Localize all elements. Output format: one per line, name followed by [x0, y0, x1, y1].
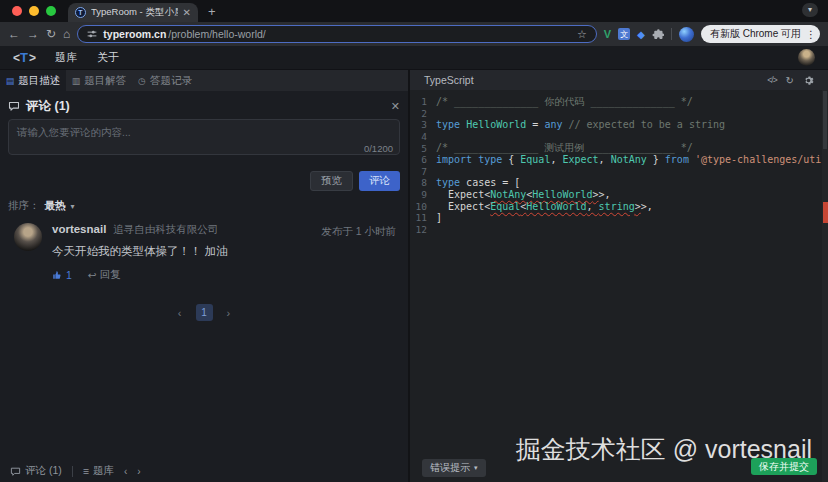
comment-bubble-icon [10, 466, 21, 477]
tab-close-icon[interactable]: ✕ [183, 8, 191, 18]
comment-input[interactable] [8, 119, 400, 155]
next-problem-icon[interactable]: › [137, 466, 140, 477]
new-tab-button[interactable]: + [208, 4, 216, 19]
editor-scrollbar[interactable] [822, 90, 828, 482]
next-page-icon[interactable]: › [227, 307, 231, 319]
preview-button[interactable]: 预览 [310, 171, 353, 191]
line-number: 6 [410, 154, 436, 165]
chrome-update-button[interactable]: 有新版 Chrome 可用 ⋮ [701, 25, 820, 43]
reply-button[interactable]: ↩ 回复 [88, 268, 121, 282]
code-line[interactable]: 2 [410, 108, 822, 120]
status-comments[interactable]: 评论 (1) [10, 464, 62, 478]
line-number: 7 [410, 166, 436, 177]
browser-profile-avatar[interactable] [679, 27, 694, 42]
bookmark-star-icon[interactable]: ☆ [577, 28, 587, 41]
comment-content: 今天开始我的类型体操了！！ 加油 [52, 244, 400, 259]
site-logo[interactable]: <T> [13, 50, 35, 65]
prev-page-icon[interactable]: ‹ [178, 307, 182, 319]
maximize-window-button[interactable] [46, 6, 56, 16]
submit-comment-button[interactable]: 评论 [359, 171, 400, 191]
comments-section: 评论 (1) ✕ 0/1200 预览 评论 排序： 最热 ▾ [0, 93, 408, 321]
tab-answer-history[interactable]: ◷ 答题记录 [132, 70, 198, 91]
commenter-avatar[interactable] [14, 223, 42, 251]
status-bank[interactable]: ≡ 题库 [83, 464, 114, 478]
site-navbar: <T> 题库 关于 [0, 46, 828, 70]
settings-gear-icon[interactable] [803, 75, 814, 86]
code-line[interactable]: 6import type { Equal, Expect, NotAny } f… [410, 154, 822, 166]
clock-icon: ◷ [138, 76, 146, 86]
reload-icon[interactable]: ↻ [46, 28, 56, 40]
user-avatar[interactable] [798, 49, 815, 66]
url-host: typeroom.cn [103, 28, 166, 40]
tab-problem-description[interactable]: ▤ 题目描述 [0, 70, 66, 91]
line-content: /* ______________ 测试用例 ______________ */ [436, 141, 693, 155]
browser-tab[interactable]: T TypeRoom - 类型小屋 ✕ [68, 3, 198, 22]
code-line[interactable]: 1/* ______________ 你的代码 ______________ *… [410, 96, 822, 108]
sort-selector[interactable]: 最热 [45, 199, 66, 213]
extension-gem-icon[interactable]: ◆ [637, 29, 645, 40]
code-line[interactable]: 12 [410, 224, 822, 236]
line-content: import type { Equal, Expect, NotAny } fr… [436, 154, 822, 165]
browser-toolbar: ← → ↻ ⌂ typeroom.cn /problem/hello-world… [0, 22, 828, 46]
nav-item-about[interactable]: 关于 [97, 50, 119, 65]
page-number[interactable]: 1 [196, 304, 213, 321]
code-line[interactable]: 9 Expect<NotAny<HelloWorld>>, [410, 189, 822, 201]
tab-label: 题目描述 [18, 74, 60, 88]
code-line[interactable]: 8type cases = [ [410, 177, 822, 189]
thumbs-up-icon [52, 270, 62, 280]
comment-timestamp: 发布于 1 小时前 [321, 225, 396, 239]
line-number: 1 [410, 96, 436, 107]
line-number: 2 [410, 108, 436, 119]
code-editor[interactable]: 1/* ______________ 你的代码 ______________ *… [410, 90, 822, 482]
reply-label: 回复 [100, 268, 121, 282]
site-settings-icon[interactable] [87, 29, 97, 39]
line-content: type HelloWorld = any // expected to be … [436, 119, 725, 130]
chevron-down-icon[interactable]: ▾ [71, 202, 75, 211]
save-submit-button[interactable]: 保存并提交 [751, 458, 817, 475]
chevron-down-icon: ▾ [474, 464, 478, 472]
code-brackets-icon[interactable]: </> [767, 75, 776, 85]
line-number: 3 [410, 119, 436, 130]
translate-icon[interactable]: 文 [618, 28, 630, 40]
nav-item-bank[interactable]: 题库 [55, 50, 77, 65]
list-icon: ≡ [83, 465, 89, 477]
scrollbar-thumb[interactable] [823, 91, 827, 149]
status-comments-label: 评论 (1) [25, 464, 62, 478]
line-number: 8 [410, 177, 436, 188]
line-content: type cases = [ [436, 177, 520, 188]
extension-v-icon[interactable]: V [604, 28, 611, 40]
commenter-name[interactable]: vortesnail [52, 223, 106, 235]
code-line[interactable]: 10 Expect<Equal<HelloWorld, string>>, [410, 200, 822, 212]
error-marker [823, 202, 828, 223]
line-content: /* ______________ 你的代码 ______________ */ [436, 95, 693, 109]
like-count: 1 [66, 269, 72, 281]
tab-search-chevron-icon[interactable]: ▾ [802, 3, 818, 17]
home-icon[interactable]: ⌂ [63, 28, 70, 40]
close-icon[interactable]: ✕ [391, 100, 400, 113]
commenter-company: 追寻自由科技有限公司 [113, 223, 218, 237]
reset-code-icon[interactable]: ↻ [786, 75, 794, 86]
close-window-button[interactable] [12, 6, 22, 16]
address-bar[interactable]: typeroom.cn /problem/hello-world/ ☆ [77, 25, 597, 43]
code-line[interactable]: 3type HelloWorld = any // expected to be… [410, 119, 822, 131]
line-content: ] [436, 212, 442, 223]
extensions-puzzle-icon[interactable] [652, 28, 664, 40]
prev-problem-icon[interactable]: ‹ [124, 466, 127, 477]
back-icon[interactable]: ← [8, 28, 20, 40]
tab-problem-solution[interactable]: ▥ 题目解答 [66, 70, 132, 91]
error-hints-label: 错误提示 [430, 461, 470, 475]
tab-label: 答题记录 [150, 74, 192, 88]
app-window: T TypeRoom - 类型小屋 ✕ + ▾ ← → ↻ ⌂ typeroom… [0, 0, 828, 482]
editor-panel: TypeScript </> ↻ 1/* ______________ 你的代码… [410, 70, 828, 482]
code-line[interactable]: 11] [410, 212, 822, 224]
editor-header-icons: </> ↻ [767, 75, 814, 86]
code-line[interactable]: 7 [410, 166, 822, 178]
browser-menu-icon[interactable]: ⋮ [806, 29, 816, 40]
error-hints-button[interactable]: 错误提示 ▾ [422, 459, 486, 477]
like-button[interactable]: 1 [52, 269, 72, 281]
forward-icon[interactable]: → [27, 28, 39, 40]
code-line[interactable]: 5/* ______________ 测试用例 ______________ *… [410, 142, 822, 154]
minimize-window-button[interactable] [29, 6, 39, 16]
left-status-bar: 评论 (1) ≡ 题库 ‹ › [0, 460, 408, 482]
line-number: 12 [410, 224, 436, 235]
